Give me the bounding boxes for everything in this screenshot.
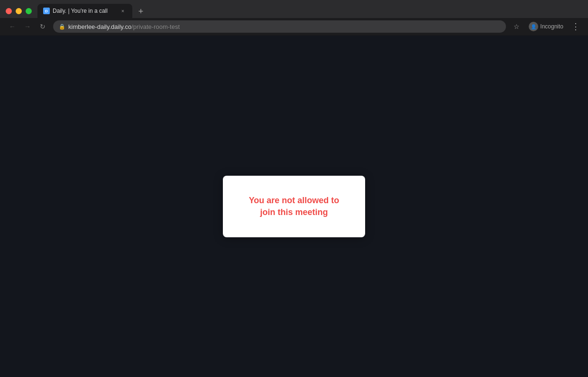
minimize-button[interactable] [16,8,22,14]
tab-close-button[interactable]: × [119,7,127,15]
error-card: You are not allowed to join this meeting [223,176,365,237]
bookmark-button[interactable]: ☆ [510,20,523,33]
back-button[interactable]: ← [6,20,19,33]
url-path: /private-room-test [131,23,180,30]
incognito-icon-face: 👤 [531,24,536,29]
tab-title: Daily. | You're in a call [53,8,116,14]
address-bar: ← → ↻ 🔒 kimberlee-daily.daily.co/private… [0,18,588,35]
url-text: kimberlee-daily.daily.co/private-room-te… [68,23,180,30]
nav-buttons: ← → ↻ [6,20,49,33]
tab-favicon: D [43,8,50,14]
toolbar-right: ☆ 👤 Incognito ⋮ [510,20,582,33]
tabs-area: D Daily. | You're in a call × + [37,4,582,18]
page-content: You are not allowed to join this meeting [0,36,588,377]
close-button[interactable] [6,8,12,14]
browser-menu-button[interactable]: ⋮ [569,20,582,33]
url-bar[interactable]: 🔒 kimberlee-daily.daily.co/private-room-… [53,20,506,33]
incognito-button[interactable]: 👤 Incognito [526,21,566,32]
browser-chrome: D Daily. | You're in a call × + ← → ↻ 🔒 … [0,0,588,36]
active-tab[interactable]: D Daily. | You're in a call × [37,4,132,18]
url-domain: kimberlee-daily.daily.co [68,23,131,30]
incognito-label: Incognito [540,23,563,30]
error-message: You are not allowed to join this meeting [247,195,341,218]
forward-button[interactable]: → [21,20,34,33]
refresh-button[interactable]: ↻ [36,20,49,33]
lock-icon: 🔒 [59,24,65,30]
incognito-icon: 👤 [529,22,538,31]
title-bar: D Daily. | You're in a call × + [0,0,588,18]
maximize-button[interactable] [26,8,32,14]
new-tab-button[interactable]: + [134,5,147,18]
window-controls [6,8,32,14]
